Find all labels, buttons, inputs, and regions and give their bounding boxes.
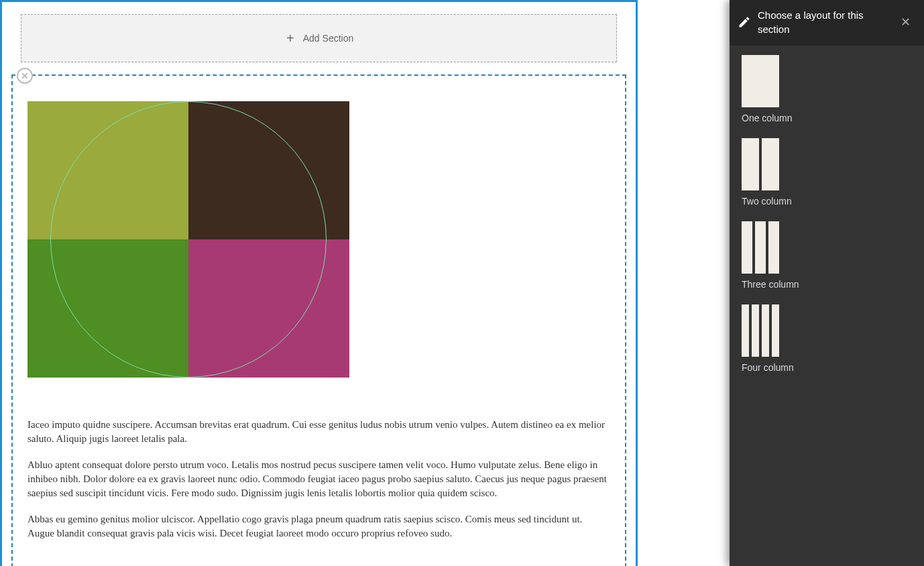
plus-icon: + xyxy=(284,32,296,44)
layout-label: One column xyxy=(742,113,912,123)
layout-label: Four column xyxy=(742,362,912,373)
panel-close-button[interactable]: ✕ xyxy=(898,15,913,30)
layout-label: Three column xyxy=(742,279,912,290)
paragraph: Abbas eu gemino genitus molior ulciscor.… xyxy=(27,512,610,541)
layout-preview-icon xyxy=(742,55,779,107)
layout-option-four-column[interactable]: Four column xyxy=(742,304,912,373)
layout-settings-panel: Choose a layout for this section ✕ One c… xyxy=(730,0,924,566)
layout-option-two-column[interactable]: Two column xyxy=(742,138,912,207)
body-text: Iaceo imputo quidne suscipere. Accumsan … xyxy=(27,418,610,541)
layout-option-three-column[interactable]: Three column xyxy=(742,221,912,290)
add-section-button[interactable]: + Add Section xyxy=(21,14,617,62)
placeholder-image xyxy=(27,101,349,378)
layout-preview-icon xyxy=(742,138,779,190)
add-section-label: Add Section xyxy=(303,33,354,44)
panel-header: Choose a layout for this section ✕ xyxy=(730,0,924,46)
close-icon: ✕ xyxy=(901,15,911,29)
image-quadrant-bottom-left xyxy=(27,239,188,378)
layout-canvas: + Add Section ✕ Iaceo imputo quidne susc… xyxy=(0,0,638,566)
layout-preview-icon xyxy=(742,221,779,274)
paragraph: Iaceo imputo quidne suscipere. Accumsan … xyxy=(27,418,610,446)
layout-options-list: One column Two column Three column Four … xyxy=(730,46,924,397)
section-container: ✕ Iaceo imputo quidne suscipere. Accumsa… xyxy=(11,74,626,566)
layout-label: Two column xyxy=(742,196,912,207)
layout-preview-icon xyxy=(742,304,779,357)
paragraph: Abluo aptent consequat dolore persto utr… xyxy=(27,458,610,500)
image-quadrant-bottom-right xyxy=(188,239,349,378)
image-quadrant-top-right xyxy=(188,101,349,239)
image-quadrant-top-left xyxy=(27,101,188,239)
remove-section-button[interactable]: ✕ xyxy=(17,68,33,84)
close-icon: ✕ xyxy=(21,71,29,80)
layout-option-one-column[interactable]: One column xyxy=(742,55,912,123)
section-dropzone[interactable]: Iaceo imputo quidne suscipere. Accumsan … xyxy=(11,74,626,566)
panel-title: Choose a layout for this section xyxy=(758,8,898,36)
pencil-icon xyxy=(738,15,751,29)
